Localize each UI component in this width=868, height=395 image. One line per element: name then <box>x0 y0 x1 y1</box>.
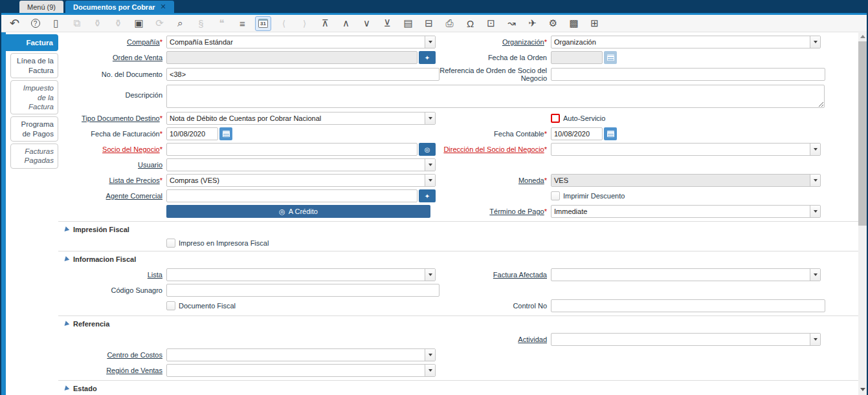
chevron-down-icon[interactable] <box>425 175 435 186</box>
fecha-contable-input[interactable] <box>551 127 603 140</box>
archive-icon[interactable]: ⊟ <box>421 16 437 31</box>
last-record-icon-glyph: ⊻ <box>384 17 391 29</box>
direccion-socio-combobox[interactable] <box>551 143 821 156</box>
actividad-combobox[interactable] <box>551 333 821 346</box>
chevron-down-icon[interactable] <box>425 269 435 281</box>
save-icon[interactable]: ▣ <box>131 16 147 31</box>
factura-afectada-combobox[interactable] <box>551 268 821 281</box>
codigo-sunagro-label: Código Sunagro <box>58 286 166 294</box>
vertical-scrollbar[interactable] <box>858 31 867 395</box>
report-icon[interactable]: ▤ <box>400 16 416 31</box>
sidebar-tab-impuesto-de-la-factura[interactable]: Impuesto de la Factura <box>10 80 58 114</box>
help-icon[interactable]: ? <box>27 16 43 31</box>
impreso-impresora-fiscal-checkbox[interactable]: Impreso en Impresora Fiscal <box>166 239 269 248</box>
zoom-across-icon[interactable]: ⊡ <box>483 16 499 31</box>
refresh-icon: ⟳ <box>151 16 168 31</box>
collapse-icon[interactable] <box>63 226 70 233</box>
agente-comercial-input[interactable] <box>166 189 417 202</box>
collapse-icon[interactable] <box>63 321 70 328</box>
scroll-up-icon[interactable] <box>858 32 867 41</box>
usuario-combobox[interactable] <box>166 158 436 171</box>
fecha-orden-input <box>551 51 603 64</box>
imprimir-descuento-label: Imprimir Descuento <box>563 192 625 200</box>
print-icon[interactable]: ⎙ <box>441 16 458 31</box>
centro-costos-combobox[interactable] <box>166 348 436 361</box>
sidebar-tab-facturas-pagadas[interactable]: Facturas Pagadas <box>10 144 58 169</box>
calendar-icon[interactable]: 31 <box>255 16 271 31</box>
sidebar-tab-factura[interactable]: Factura <box>6 34 58 51</box>
sidebar-tab-linea-de-la-factura[interactable]: Línea de la Factura <box>10 53 58 78</box>
socio-record-button[interactable]: ◎ <box>419 143 436 156</box>
delete-record-icon-glyph: ⚱ <box>93 17 102 29</box>
organizacion-combobox[interactable]: Organización <box>551 36 821 48</box>
scroll-down-icon[interactable] <box>858 385 867 394</box>
tab-menu[interactable]: Menú (9) <box>19 1 63 13</box>
row-credito-termino: ◎ A Crédito Término de Pago* Immediate <box>58 205 867 218</box>
tab-documentos-por-cobrar[interactable]: Documentos por Cobrar ✕ <box>65 1 174 13</box>
checkbox-icon[interactable] <box>551 114 560 123</box>
fecha-facturacion-calendar-button[interactable] <box>219 127 232 140</box>
checkbox-icon[interactable] <box>166 301 175 310</box>
workflow-icon[interactable]: ↝ <box>504 16 520 31</box>
region-ventas-combobox[interactable] <box>166 364 436 377</box>
collapse-icon[interactable] <box>63 385 70 392</box>
tipo-documento-combobox[interactable]: Nota de Débito de Cuentas por Cobrar Nac… <box>166 112 436 125</box>
socio-input[interactable] <box>166 143 417 156</box>
chevron-down-icon[interactable] <box>810 36 820 48</box>
send-icon[interactable]: ✈ <box>524 16 540 31</box>
scrollbar-thumb[interactable] <box>858 41 867 226</box>
a-credito-button[interactable]: ◎ A Crédito <box>166 205 430 218</box>
imprimir-descuento-checkbox[interactable]: Imprimir Descuento <box>551 191 625 200</box>
factura-afectada-label: Factura Afectada <box>440 271 551 279</box>
chevron-down-icon[interactable] <box>425 112 435 124</box>
control-no-input[interactable] <box>551 299 825 312</box>
tab-menu-label: Menú (9) <box>27 3 56 11</box>
fecha-contable-calendar-button[interactable] <box>604 127 617 140</box>
checkbox-icon[interactable] <box>166 239 175 248</box>
sidebar-tab-programa-de-pagos[interactable]: Programa de Pagos <box>10 116 58 142</box>
referencia-orden-input[interactable] <box>551 68 825 81</box>
copy-record-icon-glyph: ⧉ <box>73 17 80 29</box>
compania-combobox[interactable]: Compañía Estándar <box>166 36 436 48</box>
csv-import-icon[interactable]: ▩ <box>566 16 582 31</box>
chevron-down-icon[interactable] <box>810 334 820 345</box>
documento-fiscal-checkbox[interactable]: Documento Fiscal <box>166 301 236 310</box>
chevron-down-icon[interactable] <box>810 206 820 217</box>
chevron-down-icon[interactable] <box>425 36 435 48</box>
down-record-icon[interactable]: ∨ <box>359 16 375 31</box>
chevron-down-icon[interactable] <box>425 365 435 376</box>
quick-form-icon[interactable]: ⊞ <box>586 16 603 31</box>
no-documento-input[interactable] <box>166 68 440 81</box>
chevron-down-icon[interactable] <box>810 144 820 155</box>
grid-toggle-icon[interactable]: ≡ <box>234 16 250 31</box>
socio-label: Socio del Negocio* <box>58 145 166 153</box>
checkbox-icon[interactable] <box>551 191 560 200</box>
fecha-facturacion-input[interactable] <box>166 127 218 140</box>
record-info-icon: ◎ <box>425 146 430 153</box>
first-record-icon[interactable]: ⊼ <box>317 16 333 31</box>
chevron-down-icon[interactable] <box>425 159 435 171</box>
collapse-icon[interactable] <box>63 256 70 263</box>
agente-comercial-zoom-button[interactable]: ✦ <box>419 189 436 202</box>
auto-servicio-checkbox[interactable]: Auto-Servicio <box>551 114 605 123</box>
find-icon[interactable]: ⌕ <box>172 16 188 31</box>
descripcion-textarea[interactable] <box>166 85 825 108</box>
zoom-icon: ✦ <box>425 193 430 200</box>
chevron-down-icon[interactable] <box>425 349 435 361</box>
lista-precios-combobox[interactable]: Compras (VES) <box>166 174 436 187</box>
actividad-label: Actividad <box>440 336 551 343</box>
codigo-sunagro-input[interactable] <box>166 284 440 297</box>
up-record-icon[interactable]: ∧ <box>338 16 354 31</box>
settings-icon[interactable]: ⚙ <box>545 16 561 31</box>
new-record-icon[interactable]: ▯ <box>48 16 64 31</box>
undo-icon[interactable]: ↶ <box>6 16 23 31</box>
row-impreso-fiscal: Impreso en Impresora Fiscal <box>58 239 867 248</box>
orden-venta-zoom-button[interactable]: ✦ <box>419 51 436 64</box>
chevron-down-icon[interactable] <box>810 269 820 281</box>
calendar-grid-icon <box>607 54 614 61</box>
lock-icon[interactable]: Ω <box>462 16 478 31</box>
last-record-icon[interactable]: ⊻ <box>379 16 395 31</box>
lista-fiscal-combobox[interactable] <box>166 268 436 281</box>
termino-pago-combobox[interactable]: Immediate <box>551 205 821 218</box>
close-icon[interactable]: ✕ <box>161 3 166 11</box>
